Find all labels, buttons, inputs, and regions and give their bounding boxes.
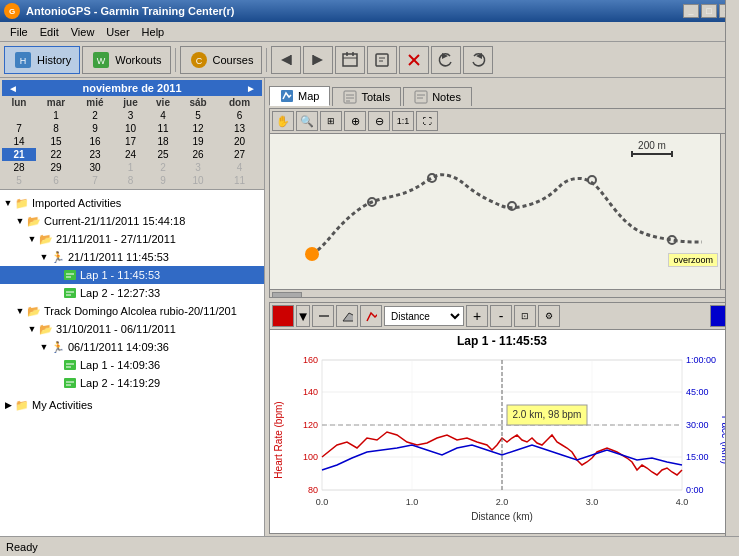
cal-day[interactable]: 21 (2, 148, 36, 161)
workouts-button[interactable]: W Workouts (82, 46, 170, 74)
cal-day[interactable]: 29 (36, 161, 76, 174)
cal-day[interactable]: 27 (217, 148, 262, 161)
cal-day[interactable]: 6 (217, 109, 262, 122)
cal-day[interactable]: 2 (147, 161, 179, 174)
expand-icon[interactable]: ▼ (2, 197, 14, 209)
tree-item-act2[interactable]: ▼🏃06/11/2011 14:09:36 (0, 338, 264, 356)
map-content[interactable]: 200 m overzoom (270, 134, 734, 289)
cal-day[interactable]: 13 (217, 122, 262, 135)
courses-button[interactable]: C Courses (180, 46, 263, 74)
map-fullscreen[interactable]: ⛶ (416, 111, 438, 131)
minimize-button[interactable]: _ (683, 4, 699, 18)
cal-day[interactable]: 30 (76, 161, 114, 174)
cal-day[interactable]: 2 (76, 109, 114, 122)
cal-day[interactable]: 12 (179, 122, 217, 135)
delete-button[interactable] (399, 46, 429, 74)
tree-item-track1[interactable]: ▼📂Track Domingo Alcolea rubio-20/11/201 (0, 302, 264, 320)
map-zoom-fit[interactable]: ⊞ (320, 111, 342, 131)
chart-zoom-in[interactable]: + (466, 305, 488, 327)
cal-day[interactable]: 4 (217, 161, 262, 174)
cal-day[interactable]: 10 (114, 122, 147, 135)
right-scrollbar[interactable] (725, 0, 739, 536)
chart-zoom-reset[interactable]: ⊡ (514, 305, 536, 327)
history-button[interactable]: H History (4, 46, 80, 74)
tree-item-act1[interactable]: ▼🏃21/11/2011 11:45:53 (0, 248, 264, 266)
tree-root[interactable]: ▼ 📁 Imported Activities (0, 194, 264, 212)
chart-settings[interactable]: ⚙ (538, 305, 560, 327)
cal-day[interactable]: 28 (2, 161, 36, 174)
chart-select-hr[interactable]: ▼ (296, 305, 310, 327)
map-zoom-in[interactable]: 🔍 (296, 111, 318, 131)
cal-day[interactable]: 7 (76, 174, 114, 187)
cal-day[interactable]: 15 (36, 135, 76, 148)
cal-day[interactable]: 20 (217, 135, 262, 148)
cal-day[interactable]: 5 (179, 109, 217, 122)
cal-day[interactable]: 23 (76, 148, 114, 161)
map-zoom-reset[interactable]: 1:1 (392, 111, 414, 131)
tree-item-lap4[interactable]: Lap 2 - 14:19:29 (0, 374, 264, 392)
undo-button[interactable] (431, 46, 461, 74)
tree-expand-current[interactable]: ▼ (14, 215, 26, 227)
calendar-prev[interactable]: ◄ (6, 83, 20, 94)
chart-svg[interactable]: Heart Rate (bpm) Pace (/km) (270, 350, 734, 525)
cal-day[interactable]: 3 (179, 161, 217, 174)
menu-file[interactable]: File (4, 24, 34, 40)
cal-day[interactable]: 10 (179, 174, 217, 187)
my-activities-expand[interactable]: ▶ (2, 399, 14, 411)
tree-expand-track1[interactable]: ▼ (14, 305, 26, 317)
calendar-button[interactable] (335, 46, 365, 74)
cal-day[interactable]: 17 (114, 135, 147, 148)
tab-totals[interactable]: Totals (332, 87, 401, 106)
redo-button[interactable] (463, 46, 493, 74)
cal-day[interactable]: 9 (76, 122, 114, 135)
cal-day[interactable]: 24 (114, 148, 147, 161)
hr-color-btn[interactable] (272, 305, 294, 327)
cal-day[interactable]: 4 (147, 109, 179, 122)
tab-map[interactable]: Map (269, 86, 330, 106)
cal-day[interactable]: 8 (114, 174, 147, 187)
map-zoom-in2[interactable]: ⊕ (344, 111, 366, 131)
cal-day[interactable]: 6 (36, 174, 76, 187)
calendar-next[interactable]: ► (244, 83, 258, 94)
tree-item-lap1[interactable]: Lap 1 - 11:45:53 (0, 266, 264, 284)
cal-day[interactable]: 8 (36, 122, 76, 135)
cal-day[interactable]: 9 (147, 174, 179, 187)
chart-x-axis-select[interactable]: Distance (384, 306, 464, 326)
cal-day[interactable] (2, 109, 36, 122)
menu-user[interactable]: User (100, 24, 135, 40)
maximize-button[interactable]: □ (701, 4, 717, 18)
tree-expand-range2[interactable]: ▼ (26, 323, 38, 335)
nav-prev-button[interactable] (271, 46, 301, 74)
cal-day[interactable]: 16 (76, 135, 114, 148)
chart-area-type[interactable] (336, 305, 358, 327)
cal-day[interactable]: 11 (147, 122, 179, 135)
nav-next-button[interactable] (303, 46, 333, 74)
my-activities[interactable]: ▶ 📁 My Activities (0, 396, 264, 414)
map-zoom-out[interactable]: ⊖ (368, 111, 390, 131)
scrollbar-thumb-h[interactable] (272, 292, 302, 299)
cal-day[interactable]: 18 (147, 135, 179, 148)
cal-day[interactable]: 11 (217, 174, 262, 187)
cal-day[interactable]: 7 (2, 122, 36, 135)
tree-expand-act2[interactable]: ▼ (38, 341, 50, 353)
menu-help[interactable]: Help (136, 24, 171, 40)
edit-button[interactable] (367, 46, 397, 74)
tree-expand-range1[interactable]: ▼ (26, 233, 38, 245)
chart-line-type[interactable] (312, 305, 334, 327)
cal-day[interactable]: 5 (2, 174, 36, 187)
map-scrollbar-h[interactable] (270, 289, 734, 298)
cal-day[interactable]: 14 (2, 135, 36, 148)
menu-edit[interactable]: Edit (34, 24, 65, 40)
cal-day[interactable]: 1 (36, 109, 76, 122)
tree-expand-act1[interactable]: ▼ (38, 251, 50, 263)
tree-item-current[interactable]: ▼📂Current-21/11/2011 15:44:18 (0, 212, 264, 230)
chart-zoom-out[interactable]: - (490, 305, 512, 327)
cal-day[interactable]: 3 (114, 109, 147, 122)
cal-day[interactable]: 22 (36, 148, 76, 161)
cal-day[interactable]: 1 (114, 161, 147, 174)
cal-day[interactable]: 19 (179, 135, 217, 148)
tree-item-range2[interactable]: ▼📂31/10/2011 - 06/11/2011 (0, 320, 264, 338)
menu-view[interactable]: View (65, 24, 101, 40)
map-hand-tool[interactable]: ✋ (272, 111, 294, 131)
chart-line2-type[interactable] (360, 305, 382, 327)
